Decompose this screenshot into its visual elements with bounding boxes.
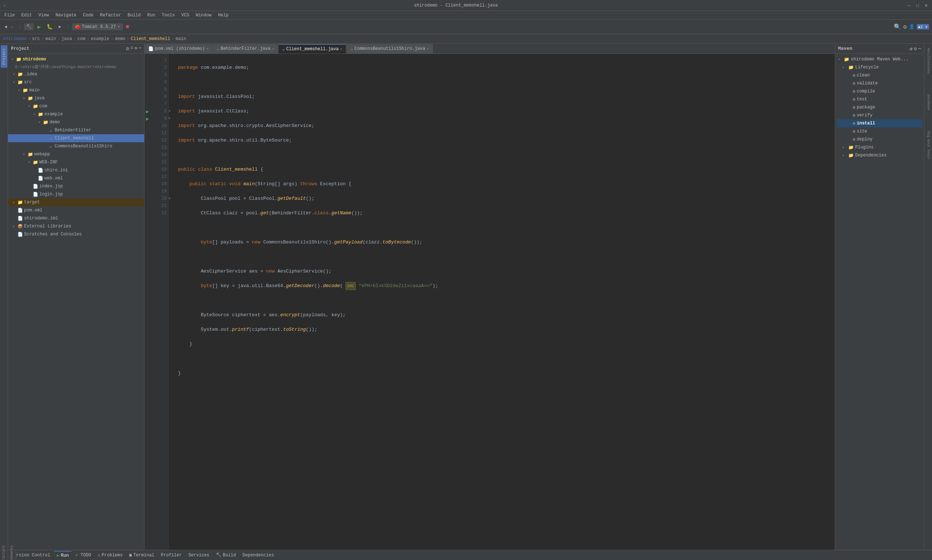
tree-shiro-ini[interactable]: 📄 shiro.ini: [8, 166, 144, 174]
toolbar-run[interactable]: ▶: [35, 23, 43, 31]
breadcrumb-item[interactable]: main: [176, 36, 186, 42]
menu-file[interactable]: File: [2, 12, 18, 18]
tree-index-jsp[interactable]: 📄 index.jsp: [8, 182, 144, 190]
run-line-9[interactable]: ▶: [145, 115, 150, 122]
maven-install[interactable]: ⚙ install: [836, 119, 923, 127]
breadcrumb-item[interactable]: example: [91, 36, 109, 42]
menu-help[interactable]: Help: [215, 12, 231, 18]
btm-tab-build[interactable]: 🔨 Build: [213, 551, 239, 560]
maven-test[interactable]: ⚙ test: [836, 95, 923, 103]
menu-vcs[interactable]: VCS: [179, 12, 192, 18]
toolbar-search[interactable]: 🔍: [894, 23, 901, 31]
toolbar-coverage[interactable]: ▶: [56, 23, 63, 30]
maven-verify[interactable]: ⚙ verify: [836, 111, 923, 119]
close-tab-commons[interactable]: ✕: [427, 46, 429, 51]
toolbar-debug[interactable]: 🐛: [45, 23, 55, 31]
tree-pom[interactable]: 📄 pom.xml: [8, 206, 144, 214]
maximize-button[interactable]: ☐: [915, 3, 920, 8]
notif-badge[interactable]: ▲2 ∨: [917, 24, 929, 29]
close-button[interactable]: ✕: [923, 3, 929, 8]
breadcrumb-item[interactable]: Client_memshell: [131, 36, 170, 42]
menu-code[interactable]: Code: [80, 12, 97, 18]
menu-navigate[interactable]: Navigate: [52, 12, 79, 18]
project-settings-btn[interactable]: ⚙: [135, 46, 137, 52]
close-tab-pom[interactable]: ✕: [206, 46, 209, 51]
tree-behinder[interactable]: ☕ BehinderFilter: [8, 126, 144, 134]
maven-deps-header[interactable]: ▸ 📁 Dependencies: [836, 151, 923, 159]
menu-build[interactable]: Build: [125, 12, 143, 18]
tree-root[interactable]: ▾ 📁 shirodemo: [8, 55, 144, 63]
tree-demo[interactable]: ▾ 📁 demo: [8, 118, 144, 126]
maven-clean[interactable]: ⚙ clean: [836, 71, 923, 79]
menu-edit[interactable]: Edit: [18, 12, 35, 18]
tree-webapp[interactable]: ▾ 📁 webapp: [8, 150, 144, 158]
fold-btn-20[interactable]: ▼: [169, 195, 174, 202]
close-tab-client[interactable]: ✕: [340, 47, 342, 51]
tree-scratches[interactable]: 📄 Scratches and Consoles: [8, 230, 144, 238]
btm-tab-run[interactable]: ▶ Run: [54, 551, 72, 560]
fold-btn-9[interactable]: ▼: [169, 115, 174, 122]
toolbar-build[interactable]: 🔨: [24, 23, 34, 30]
toolbar-settings[interactable]: ⚙: [903, 23, 907, 31]
btm-tab-terminal[interactable]: ▣ Terminal: [126, 551, 157, 560]
minimize-button[interactable]: –: [906, 3, 912, 8]
tree-com[interactable]: ▾ 📁 com: [8, 102, 144, 110]
toolbar-back[interactable]: ◀: [3, 23, 8, 30]
breadcrumb-item[interactable]: src: [32, 36, 40, 42]
btm-tab-services[interactable]: Services: [185, 551, 212, 560]
tree-commons[interactable]: ☕ CommonsBeanutils1Shiro: [8, 142, 144, 150]
tree-idea[interactable]: ▾ 📁 .idea: [8, 70, 144, 78]
maven-refresh[interactable]: ↺: [910, 46, 913, 52]
fold-btn-8[interactable]: ▼: [169, 108, 174, 115]
structure-label[interactable]: Structure: [2, 545, 6, 560]
bookmarks-label[interactable]: Bookmarks: [10, 545, 14, 560]
tree-login-jsp[interactable]: 📄 login.jsp: [8, 190, 144, 198]
toolbar-forward[interactable]: ▶: [10, 23, 15, 30]
maven-site[interactable]: ⚙ site: [836, 127, 923, 135]
maven-settings[interactable]: ⚙: [914, 46, 917, 52]
breadcrumb-item[interactable]: java: [62, 36, 72, 42]
tree-src[interactable]: ▾ 📁 src: [8, 78, 144, 86]
code-content[interactable]: package com.example.demo; import javassi…: [174, 54, 835, 550]
breadcrumb-item[interactable]: shirodemo: [3, 36, 26, 42]
menu-run[interactable]: Run: [144, 12, 158, 18]
maven-deploy[interactable]: ⚙ deploy: [836, 135, 923, 143]
tree-iml[interactable]: 📄 shirodemo.iml: [8, 214, 144, 222]
tree-client-memshell[interactable]: ☕ Client_memshell: [8, 134, 144, 142]
menu-refactor[interactable]: Refactor: [97, 12, 124, 18]
breadcrumb-item[interactable]: demo: [115, 36, 125, 42]
tab-behinder[interactable]: ☕ BehinderFilter.java ✕: [213, 44, 278, 54]
maven-validate[interactable]: ⚙ validate: [836, 79, 923, 87]
tree-web-xml[interactable]: 📄 web.xml: [8, 174, 144, 182]
tab-database[interactable]: Database: [926, 92, 931, 113]
btm-tab-dependencies[interactable]: Dependencies: [240, 551, 277, 560]
maven-package[interactable]: ⚙ package: [836, 103, 923, 111]
menu-view[interactable]: View: [36, 12, 52, 18]
tab-pom[interactable]: 📄 pom.xml (shirodemo) ✕: [145, 44, 213, 54]
tab-commons[interactable]: ☕ CommonsBeanutils1Shiro.java ✕: [347, 44, 433, 54]
toolbar-user[interactable]: 👤: [909, 24, 915, 29]
maven-compile[interactable]: ⚙ compile: [836, 87, 923, 95]
maven-lifecycle-header[interactable]: ▸ 📁 Lifecycle: [836, 63, 923, 71]
toolbar-stop[interactable]: ■: [125, 24, 131, 30]
project-collapse-btn[interactable]: ≡: [130, 46, 133, 52]
close-tab-behinder[interactable]: ✕: [272, 46, 274, 51]
menu-window[interactable]: Window: [193, 12, 214, 18]
btm-tab-problems[interactable]: ⚠ Problems: [95, 551, 126, 560]
tree-ext-libs[interactable]: ▸ 📦 External Libraries: [8, 222, 144, 230]
tree-main[interactable]: ▾ 📁 main: [8, 86, 144, 94]
tree-java[interactable]: ▾ 📁 java: [8, 94, 144, 102]
tab-big-data[interactable]: Big Data Tools: [926, 128, 931, 162]
run-config-selector[interactable]: 🍅 Tomcat 8.5.27 ▾: [72, 23, 123, 30]
project-hide-btn[interactable]: —: [139, 46, 141, 52]
breadcrumb-item[interactable]: main: [46, 36, 56, 42]
tab-notifications[interactable]: Notifications: [926, 45, 931, 76]
project-options-btn[interactable]: ⚙: [126, 46, 129, 52]
tree-target[interactable]: ▸ 📁 target: [8, 198, 144, 206]
maven-hide[interactable]: —: [918, 46, 921, 52]
breadcrumb-item[interactable]: com: [77, 36, 86, 42]
menu-tools[interactable]: Tools: [159, 12, 178, 18]
tree-webinf[interactable]: ▾ 📁 WEB-INF: [8, 158, 144, 166]
tab-project[interactable]: Project: [1, 45, 7, 68]
run-line-8[interactable]: ▶: [145, 108, 150, 115]
